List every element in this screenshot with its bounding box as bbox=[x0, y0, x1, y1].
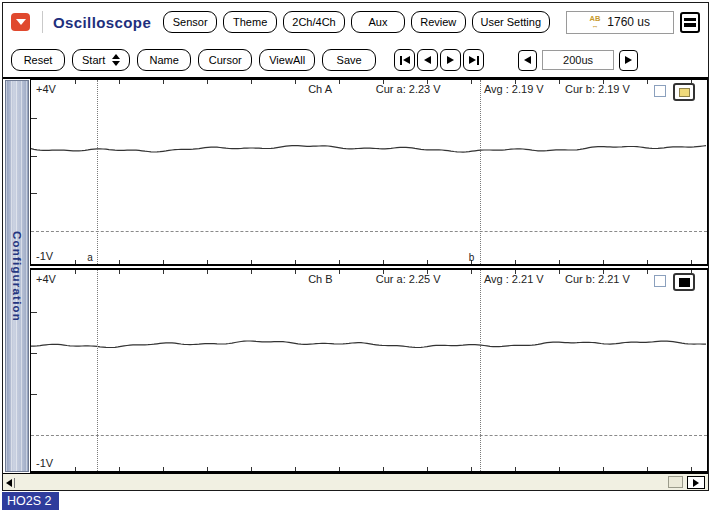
step-forward-icon bbox=[447, 56, 454, 64]
toolbar-row-2: Reset Start Name Cursor ViewAll Save bbox=[3, 41, 708, 79]
channel-a-cursor-a-readout: Cur a: 2.23 V bbox=[376, 83, 441, 95]
sensor-button[interactable]: Sensor bbox=[163, 11, 217, 33]
channel-b-top-volt-label: +4V bbox=[36, 273, 56, 285]
right-arrow-icon bbox=[625, 56, 632, 64]
user-setting-button[interactable]: User Setting bbox=[472, 11, 550, 33]
save-button[interactable]: Save bbox=[322, 49, 376, 71]
right-arrow-icon bbox=[693, 479, 699, 487]
channel-a-avg-readout: Avg : 2.19 V bbox=[484, 83, 544, 95]
channel-a-title: Ch A bbox=[308, 83, 332, 95]
start-spinner-icon bbox=[112, 54, 120, 66]
step-back-icon bbox=[424, 56, 431, 64]
zero-volt-gridline bbox=[31, 231, 707, 232]
app-title: Oscilloscope bbox=[53, 14, 151, 31]
toolbar: Oscilloscope Sensor Theme 2Ch/4Ch Aux Re… bbox=[3, 3, 708, 79]
channel-b-plot: +4V -1V Ch B Cur a: 2.25 V Avg : 2.21 V … bbox=[30, 268, 708, 473]
name-button[interactable]: Name bbox=[137, 49, 191, 71]
configuration-sidebar-handle[interactable]: Configuration bbox=[5, 80, 29, 472]
cursor-a-mark: a bbox=[87, 252, 93, 263]
channel-a-color-button[interactable] bbox=[673, 83, 695, 101]
channel-mode-button[interactable]: 2Ch/4Ch bbox=[283, 11, 345, 33]
horizontal-scrollbar[interactable] bbox=[3, 473, 708, 490]
channel-a-top-volt-label: +4V bbox=[36, 83, 56, 95]
dropdown-arrow-icon bbox=[16, 19, 26, 25]
channel-b-waveform bbox=[31, 270, 707, 471]
channel-a-cursor-b-readout: Cur b: 2.19 V bbox=[565, 83, 630, 95]
theme-button[interactable]: Theme bbox=[223, 11, 277, 33]
channel-b-cursor-a-readout: Cur a: 2.25 V bbox=[376, 273, 441, 285]
cursor-a-line[interactable] bbox=[97, 80, 98, 264]
playback-controls bbox=[394, 49, 484, 71]
scroll-right-button[interactable] bbox=[687, 476, 705, 489]
left-arrow-icon bbox=[524, 56, 531, 64]
cursor-button[interactable]: Cursor bbox=[198, 49, 252, 71]
channel-b-bottom-volt-label: -1V bbox=[36, 457, 53, 469]
channel-b-checkbox[interactable] bbox=[654, 275, 666, 287]
left-arrow-icon bbox=[6, 479, 12, 487]
channel-a-checkbox[interactable] bbox=[654, 85, 666, 97]
status-tab: HO2S 2 bbox=[2, 492, 59, 510]
channel-a-bottom-volt-label: -1V bbox=[36, 250, 53, 262]
channel-b-cursor-b-readout: Cur b: 2.21 V bbox=[565, 273, 630, 285]
start-button[interactable]: Start bbox=[72, 49, 130, 71]
step-forward-button[interactable] bbox=[440, 49, 461, 71]
skip-last-button[interactable] bbox=[463, 49, 484, 71]
step-back-button[interactable] bbox=[417, 49, 438, 71]
skip-first-icon bbox=[403, 56, 410, 64]
channel-a-waveform bbox=[31, 80, 707, 264]
timebase-control: 200us bbox=[518, 50, 638, 71]
channel-b-title: Ch B bbox=[308, 273, 332, 285]
divider bbox=[42, 11, 43, 33]
aux-button[interactable]: Aux bbox=[351, 11, 405, 33]
oscilloscope-window: Oscilloscope Sensor Theme 2Ch/4Ch Aux Re… bbox=[2, 2, 709, 491]
cursor-b-line[interactable] bbox=[480, 270, 481, 471]
ab-measure-icon: AB ↔ bbox=[589, 15, 600, 29]
cursor-a-line[interactable] bbox=[97, 270, 98, 471]
timebase-increase-button[interactable] bbox=[619, 50, 638, 71]
channel-b-color-button[interactable] bbox=[673, 273, 695, 291]
cursor-b-mark: b bbox=[469, 252, 475, 263]
channel-a-color-swatch bbox=[679, 88, 690, 97]
skip-first-button[interactable] bbox=[394, 49, 415, 71]
channel-a-plot: +4V -1V Ch A Cur a: 2.23 V Avg : 2.19 V … bbox=[30, 79, 708, 266]
plot-column: +4V -1V Ch A Cur a: 2.23 V Avg : 2.19 V … bbox=[30, 79, 708, 473]
viewall-button[interactable]: ViewAll bbox=[259, 49, 315, 71]
channel-b-color-swatch bbox=[679, 278, 690, 287]
reset-button[interactable]: Reset bbox=[11, 49, 65, 71]
channel-b-avg-readout: Avg : 2.21 V bbox=[484, 273, 544, 285]
scrollbar-thumb[interactable] bbox=[668, 476, 683, 488]
review-button[interactable]: Review bbox=[411, 11, 466, 33]
sidebar-label: Configuration bbox=[11, 231, 23, 322]
skip-last-icon bbox=[469, 56, 476, 64]
menu-icon[interactable] bbox=[680, 12, 700, 33]
zero-volt-gridline bbox=[31, 435, 707, 436]
scroll-left-button[interactable] bbox=[6, 477, 20, 488]
toolbar-row-1: Oscilloscope Sensor Theme 2Ch/4Ch Aux Re… bbox=[3, 3, 708, 41]
ab-time-value: 1760 us bbox=[607, 15, 650, 29]
timebase-decrease-button[interactable] bbox=[518, 50, 537, 71]
app-launcher-button[interactable] bbox=[11, 13, 30, 31]
timebase-value: 200us bbox=[542, 50, 614, 70]
ab-time-measure-display: AB ↔ 1760 us bbox=[566, 11, 674, 34]
cursor-b-line[interactable] bbox=[480, 80, 481, 264]
main-area: Configuration +4V -1V Ch A Cur a: 2.23 V… bbox=[3, 79, 708, 473]
